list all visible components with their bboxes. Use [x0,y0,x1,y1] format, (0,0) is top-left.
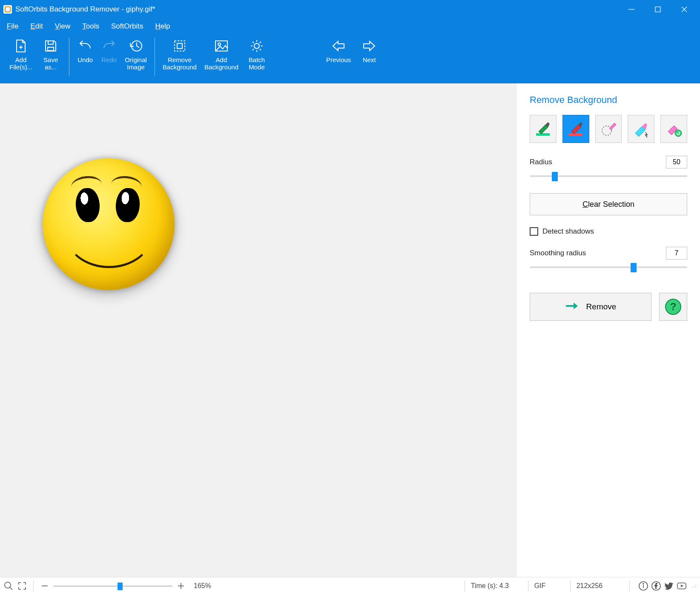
image-icon [214,37,229,54]
toolbar: AddFile(s)... Saveas... Undo Redo O [0,34,700,83]
svg-rect-1 [655,7,660,12]
arrow-left-icon [331,37,346,54]
smoothing-slider[interactable] [530,262,687,272]
svg-point-27 [675,130,682,137]
svg-marker-28 [574,303,578,309]
mark-keep-tool[interactable] [530,115,557,143]
radius-slider[interactable] [530,171,687,181]
menu-bar: File Edit View Tools SoftOrbits Help [0,19,700,34]
svg-rect-10 [177,43,182,49]
svg-rect-19 [569,133,582,136]
next-label: Next [363,56,376,63]
history-icon [129,37,143,54]
redo-button[interactable]: Redo [99,37,119,64]
svg-marker-23 [609,123,616,130]
app-icon [3,5,12,14]
lasso-erase-tool[interactable] [595,115,622,143]
svg-point-36 [643,583,644,584]
menu-softorbits[interactable]: SoftOrbits [111,22,143,31]
status-bar: 165% Time (s): 4.3 GIF 212x256 ..: [0,577,700,594]
add-background-button[interactable]: AddBackground [203,37,240,72]
svg-point-12 [218,43,221,46]
original-image-button[interactable]: OriginalImage [123,37,149,72]
redo-label: Redo [101,56,117,63]
add-bg-label: AddBackground [204,56,238,71]
twitter-icon[interactable] [664,581,674,591]
menu-help[interactable]: Help [155,22,170,31]
image-canvas[interactable] [0,83,517,577]
menu-view[interactable]: View [55,22,71,31]
dimensions-label: 212x256 [577,582,623,590]
save-as-label: Saveas... [43,56,58,71]
panel-title: Remove Background [530,94,687,106]
fullscreen-icon[interactable] [17,581,27,591]
menu-edit[interactable]: Edit [30,22,43,31]
cut-bg-icon [172,37,187,54]
go-arrow-icon [565,301,578,313]
undo-icon [77,37,93,54]
canvas-image [43,158,175,290]
resize-grip[interactable]: ..: [692,583,697,588]
original-image-label: OriginalImage [125,56,147,71]
clear-selection-button[interactable]: Clear Selection [530,193,687,215]
save-icon [43,37,58,54]
marker-tools [530,115,687,143]
smoothing-input[interactable] [666,247,687,260]
svg-rect-6 [48,47,54,51]
main-area: Remove Background Radius [0,83,700,577]
svg-marker-14 [333,41,344,51]
help-button[interactable]: ? [659,293,687,321]
previous-label: Previous [326,56,351,63]
svg-rect-7 [48,41,53,44]
close-button[interactable] [671,0,697,19]
smoothing-label: Smoothing radius [530,249,586,257]
arrow-right-icon [362,37,376,54]
svg-rect-9 [175,41,185,51]
menu-tools[interactable]: Tools [82,22,99,31]
youtube-icon[interactable] [677,581,687,591]
add-file-icon [14,37,28,54]
maximize-button[interactable] [645,0,671,19]
radius-label: Radius [530,158,552,166]
zoom-out-button[interactable] [40,581,50,591]
menu-file[interactable]: File [7,22,18,31]
zoom-slider[interactable] [53,583,172,589]
remove-bg-label: RemoveBackground [163,56,197,71]
time-label: Time (s): 4.3 [471,582,522,590]
batch-mode-button[interactable]: BatchMode [244,37,269,72]
auto-erase-tool[interactable] [628,115,654,143]
previous-button[interactable]: Previous [324,37,353,64]
save-as-button[interactable]: Saveas... [38,37,63,72]
detect-shadows-label: Detect shadows [542,227,594,236]
redo-icon [101,37,117,54]
info-icon[interactable] [638,581,648,591]
undo-label: Undo [77,56,93,63]
add-files-label: AddFile(s)... [9,56,32,71]
svg-line-30 [10,587,12,590]
svg-marker-15 [364,41,375,51]
svg-rect-16 [536,133,550,136]
svg-marker-20 [571,125,581,134]
minimize-button[interactable] [618,0,645,19]
zoom-in-button[interactable] [176,581,186,591]
next-button[interactable]: Next [357,37,382,64]
refresh-tool[interactable] [660,115,687,143]
window-title: SoftOrbits Background Remover - giphy.gi… [15,5,155,14]
zoom-percent: 165% [194,582,211,590]
mark-remove-tool[interactable] [562,115,589,143]
radius-input[interactable] [666,156,687,168]
facebook-icon[interactable] [651,581,661,591]
add-files-button[interactable]: AddFile(s)... [8,37,34,72]
title-bar: SoftOrbits Background Remover - giphy.gi… [0,0,700,19]
remove-background-button[interactable]: RemoveBackground [161,37,198,72]
svg-marker-17 [539,125,548,134]
undo-button[interactable]: Undo [75,37,95,64]
side-panel: Remove Background Radius [517,83,700,577]
gear-icon [250,37,264,54]
svg-point-29 [5,582,11,588]
zoom-fit-icon[interactable] [3,581,14,591]
detect-shadows-checkbox[interactable] [530,227,538,236]
svg-marker-39 [681,585,683,587]
svg-point-13 [254,43,259,49]
remove-button[interactable]: Remove [530,293,651,321]
